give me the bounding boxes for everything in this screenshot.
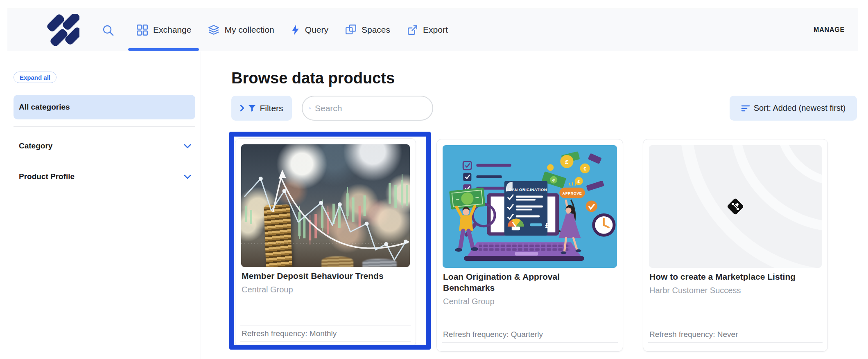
overlapping-squares-icon <box>345 24 357 36</box>
sidebar-group-category[interactable]: Category <box>14 136 195 156</box>
nav-menu: Exchange My collection Query <box>136 9 448 51</box>
nav-label: Query <box>305 25 328 35</box>
sidebar-section-divider <box>14 126 195 127</box>
svg-text:£: £ <box>565 158 569 165</box>
card-thumbnail-placeholder <box>649 145 822 268</box>
clock-graphic <box>594 215 614 235</box>
card-title: Member Deposit Behaviour Trends <box>242 270 405 281</box>
nav-label: My collection <box>224 25 274 35</box>
product-card-loan-origination[interactable]: $ £ € £ LOAN ORI <box>436 139 623 352</box>
filters-button[interactable]: Filters <box>231 96 292 121</box>
nav-label: Export <box>423 25 448 35</box>
card-refresh-frequency: Refresh frequency: Never <box>649 330 738 339</box>
active-tab-underline <box>128 48 199 51</box>
card-divider <box>648 326 823 326</box>
search-field[interactable] <box>302 96 433 121</box>
sidebar-item-all-categories[interactable]: All categories <box>14 95 195 119</box>
sort-button[interactable]: Sort: Added (newest first) <box>730 96 857 121</box>
product-card-marketplace-listing[interactable]: How to create a Marketplace Listing Harb… <box>643 139 828 352</box>
card-divider <box>240 341 411 342</box>
grid-icon <box>136 24 149 36</box>
chevron-down-icon <box>184 144 191 148</box>
export-icon <box>407 24 418 36</box>
loan-illustration: $ £ € £ LOAN ORI <box>443 145 617 268</box>
stock-chart-overlay <box>241 144 410 267</box>
nav-label: Spaces <box>362 25 390 35</box>
bolt-icon <box>291 24 301 36</box>
sort-label: Sort: Added (newest first) <box>754 103 846 113</box>
nav-label: Exchange <box>153 25 191 35</box>
card-publisher: Central Group <box>443 297 617 306</box>
card-publisher: Harbr Customer Success <box>649 286 822 295</box>
search-icon <box>309 103 311 113</box>
svg-text:£: £ <box>545 222 549 229</box>
card-divider <box>648 342 823 343</box>
nav-tab-query[interactable]: Query <box>291 9 328 51</box>
layers-icon <box>208 24 220 36</box>
nav-tab-my-collection[interactable]: My collection <box>208 9 274 51</box>
search-input[interactable] <box>315 103 426 113</box>
card-thumbnail-loan-illustration: $ £ € £ LOAN ORI <box>443 145 617 268</box>
logo-icon <box>46 14 79 47</box>
page-title: Browse data products <box>231 70 395 87</box>
card-refresh-frequency: Refresh frequency: Quarterly <box>443 330 543 339</box>
loan-document-graphic: LOAN ORIGINATION £ <box>504 181 549 236</box>
sidebar-group-label: Category <box>19 141 52 150</box>
chevron-down-icon <box>184 175 191 179</box>
svg-text:£: £ <box>578 179 580 184</box>
nav-tab-spaces[interactable]: Spaces <box>345 9 390 51</box>
sidebar-group-product-profile[interactable]: Product Profile <box>14 166 195 187</box>
search-icon[interactable] <box>102 24 115 37</box>
content-divider <box>231 127 857 127</box>
top-nav: Exchange My collection Query <box>7 9 858 51</box>
card-divider <box>442 326 618 326</box>
nav-tab-exchange[interactable]: Exchange <box>136 9 191 51</box>
sidebar-divider <box>201 52 201 359</box>
harbr-logo[interactable] <box>46 14 79 47</box>
svg-text:LOAN ORIGINATION: LOAN ORIGINATION <box>506 187 547 192</box>
card-refresh-frequency: Refresh frequency: Monthly <box>242 329 337 338</box>
card-thumbnail-coins-photo <box>241 144 410 267</box>
funnel-icon <box>248 104 256 112</box>
expand-all-button[interactable]: Expand all <box>14 72 57 83</box>
card-divider <box>442 342 618 343</box>
card-title: Loan Origination & Approval Benchmarks <box>443 271 607 293</box>
filters-label: Filters <box>260 103 283 113</box>
card-divider <box>240 325 411 325</box>
sort-icon <box>741 104 750 112</box>
sidebar-group-label: Product Profile <box>19 172 75 181</box>
card-title: How to create a Marketplace Listing <box>649 271 813 282</box>
svg-text:€: € <box>583 166 586 172</box>
product-card-member-deposit[interactable]: Member Deposit Behaviour Trends Central … <box>235 138 416 347</box>
manage-button[interactable]: MANAGE <box>814 9 845 51</box>
card-publisher: Central Group <box>242 285 410 294</box>
nav-tab-export[interactable]: Export <box>407 9 448 51</box>
git-diamond-icon <box>727 198 744 215</box>
placeholder-arcs <box>649 145 822 268</box>
chevron-right-icon <box>240 105 244 112</box>
svg-text:APPROVE: APPROVE <box>563 191 582 195</box>
